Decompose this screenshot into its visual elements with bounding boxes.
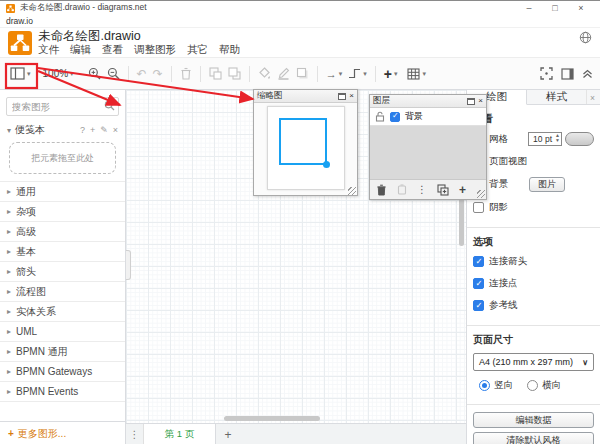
app-menu[interactable]: draw.io <box>0 15 600 28</box>
search-shapes-input[interactable] <box>6 97 119 116</box>
page-size-select[interactable]: A4 (210 mm x 297 mm) ∨ <box>473 353 594 371</box>
zoom-dropdown[interactable]: 100% ▾ <box>40 66 77 81</box>
minimize-panel-icon[interactable] <box>338 93 346 100</box>
sidebar-section-flowchart[interactable]: ▸流程图 <box>0 281 125 301</box>
menu-file[interactable]: 文件 <box>38 43 59 56</box>
scratchpad-dropzone[interactable]: 把元素拖至此处 <box>9 142 116 174</box>
toolbar-separator <box>200 66 201 82</box>
layer-menu-icon[interactable]: ⋮ <box>417 184 427 195</box>
spinner-down-icon[interactable]: ▼ <box>555 138 560 143</box>
outline-panel-titlebar[interactable]: 缩略图 × <box>254 90 357 103</box>
sidebar-collapse-handle[interactable] <box>126 250 131 280</box>
section-label: 流程图 <box>16 285 46 299</box>
collapse-toolbar-icon[interactable] <box>582 68 593 79</box>
sidebar-section-advanced[interactable]: ▸高级 <box>0 221 125 241</box>
menu-view[interactable]: 查看 <box>102 43 123 56</box>
undo-button[interactable]: ↶ <box>134 66 150 82</box>
maximize-button[interactable]: □ <box>542 3 568 13</box>
menu-edit[interactable]: 编辑 <box>70 43 91 56</box>
waypoint-style-button[interactable]: ▾ <box>345 66 370 81</box>
minimize-panel-icon[interactable] <box>467 98 475 105</box>
pages-menu-icon[interactable]: ⋮ <box>126 424 144 444</box>
sidebar-section-bpmn-gateways[interactable]: ▸BPMN Gateways <box>0 361 125 381</box>
close-button[interactable]: × <box>568 3 594 13</box>
outline-viewport[interactable] <box>279 118 327 165</box>
tab-style[interactable]: 样式 <box>527 90 587 104</box>
fill-color-button[interactable] <box>255 65 274 82</box>
caret-down-icon: ▾ <box>339 70 343 78</box>
scratchpad-add-icon[interactable]: + <box>90 125 95 135</box>
resize-grip-icon[interactable] <box>477 190 485 198</box>
resize-grip-icon[interactable] <box>348 187 356 195</box>
format-panel-close-icon[interactable]: × <box>590 90 600 104</box>
fullscreen-icon[interactable] <box>540 67 553 80</box>
options-section: 选项 连接箭头 连接点 参考线 <box>467 228 600 323</box>
to-front-button[interactable] <box>206 65 225 82</box>
horizontal-scrollbar[interactable] <box>224 416 320 421</box>
sidebar-section-arrows[interactable]: ▸箭头 <box>0 261 125 281</box>
delete-button[interactable] <box>177 65 195 82</box>
edit-layer-icon[interactable] <box>397 184 407 195</box>
menu-help[interactable]: 帮助 <box>219 43 240 56</box>
add-layer-icon[interactable]: + <box>459 183 466 197</box>
sidebar-section-uml[interactable]: ▸UML <box>0 321 125 341</box>
outline-viewport-handle[interactable] <box>323 161 330 168</box>
document-title[interactable]: 未命名绘图.drawio <box>38 29 240 43</box>
scratchpad-help-icon[interactable]: ? <box>80 125 85 135</box>
sidebar-section-er[interactable]: ▸实体关系 <box>0 301 125 321</box>
menu-arrange[interactable]: 调整图形 <box>134 43 176 56</box>
zoom-out-button[interactable] <box>104 65 123 82</box>
layers-panel-titlebar[interactable]: 图层 × <box>370 95 486 108</box>
language-globe-icon[interactable] <box>579 31 592 44</box>
clear-default-style-button[interactable]: 清除默认风格 <box>473 432 594 444</box>
connection-arrows-checkbox[interactable] <box>473 256 484 267</box>
delete-layer-icon[interactable] <box>376 184 387 196</box>
scratchpad-edit-icon[interactable]: ✎ <box>100 125 108 135</box>
layers-panel[interactable]: 图层 × 背景 ⋮ <box>369 94 487 200</box>
landscape-radio[interactable]: 横向 <box>527 379 561 392</box>
layer-row-background[interactable]: 背景 <box>370 108 486 126</box>
menu-extras[interactable]: 其它 <box>187 43 208 56</box>
grid-color-swatch[interactable] <box>565 132 594 146</box>
redo-button[interactable]: ↷ <box>150 66 166 82</box>
sidebar-section-basic[interactable]: ▸基本 <box>0 241 125 261</box>
scratchpad-close-icon[interactable]: × <box>113 125 118 135</box>
drawing-canvas[interactable]: 缩略图 × 图层 <box>126 90 466 423</box>
lock-open-icon[interactable] <box>375 111 385 122</box>
more-shapes-button[interactable]: + 更多图形... <box>0 421 125 444</box>
background-image-button[interactable]: 图片 <box>529 177 565 192</box>
format-panel-toggle-icon[interactable] <box>561 68 574 80</box>
triangle-right-icon: ▸ <box>7 387 11 396</box>
add-page-button[interactable]: + <box>216 424 240 444</box>
layer-visibility-checkbox[interactable] <box>390 112 400 122</box>
zoom-in-button[interactable] <box>85 65 104 82</box>
outline-panel[interactable]: 缩略图 × <box>253 89 358 196</box>
connection-points-checkbox[interactable] <box>473 278 484 289</box>
minimize-button[interactable]: – <box>516 3 542 13</box>
to-back-button[interactable] <box>225 65 244 82</box>
shadow-checkbox[interactable] <box>473 202 484 213</box>
sidebar-section-misc[interactable]: ▸杂项 <box>0 201 125 221</box>
grid-size-input[interactable]: 10 pt ▲ ▼ <box>528 132 562 146</box>
scratchpad-header[interactable]: ▾ 便笺本 ? + ✎ × <box>0 120 125 139</box>
close-panel-icon[interactable]: × <box>349 92 354 100</box>
toolbar-separator <box>317 66 318 82</box>
duplicate-layer-icon[interactable] <box>437 184 449 196</box>
sidebar-section-general[interactable]: ▸通用 <box>0 181 125 201</box>
line-color-button[interactable] <box>274 65 293 82</box>
portrait-radio[interactable]: 竖向 <box>479 379 513 392</box>
table-button[interactable]: ▾ <box>404 66 429 82</box>
shadow-button[interactable] <box>293 65 312 82</box>
sidebar-section-bpmn-general[interactable]: ▸BPMN 通用 <box>0 341 125 361</box>
page-tab-1[interactable]: 第 1 页 <box>144 424 216 444</box>
section-label: 通用 <box>16 185 36 199</box>
edit-data-button[interactable]: 编辑数据 <box>473 412 594 428</box>
connection-style-button[interactable]: → ▾ <box>323 66 346 82</box>
outline-preview[interactable] <box>254 103 357 196</box>
insert-button[interactable]: + ▾ <box>381 66 401 82</box>
guides-checkbox[interactable] <box>473 300 484 311</box>
sidebar-section-bpmn-events[interactable]: ▸BPMN Events <box>0 381 125 401</box>
section-label: 实体关系 <box>16 305 56 319</box>
view-panels-button[interactable]: ▾ <box>7 65 34 82</box>
close-panel-icon[interactable]: × <box>478 97 483 105</box>
